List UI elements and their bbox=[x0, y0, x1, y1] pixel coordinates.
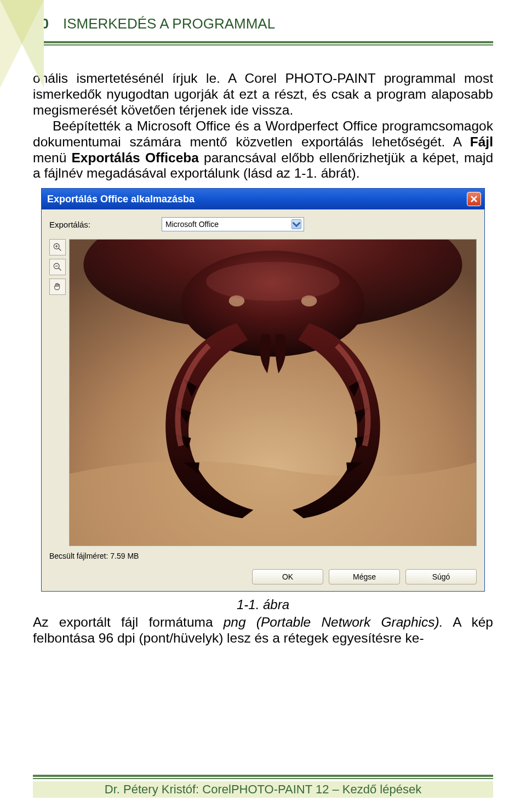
page-corner-decoration bbox=[0, 0, 44, 88]
chevron-down-icon bbox=[291, 219, 301, 229]
zoom-out-button[interactable] bbox=[49, 259, 66, 275]
cancel-button[interactable]: Mégse bbox=[329, 569, 400, 584]
close-icon bbox=[470, 195, 478, 203]
footer-text: Dr. Pétery Kristóf: CorelPHOTO-PAINT 12 … bbox=[33, 781, 493, 798]
pan-button[interactable] bbox=[49, 279, 66, 295]
ok-button[interactable]: OK bbox=[252, 569, 323, 584]
button-row: OK Mégse Súgó bbox=[49, 569, 477, 584]
zoom-out-icon bbox=[53, 262, 62, 272]
after-figure-text: Az exportált fájl formátuma png (Portabl… bbox=[33, 615, 493, 646]
export-value: Microsoft Office bbox=[165, 220, 219, 229]
paragraph-2: Beépítették a Microsoft Office és a Word… bbox=[33, 118, 493, 182]
page-header: 10 ISMERKEDÉS A PROGRAMMAL bbox=[0, 0, 526, 38]
header-divider bbox=[33, 41, 493, 46]
preview-image-box bbox=[69, 239, 477, 546]
zoom-in-button[interactable] bbox=[49, 239, 66, 255]
hand-icon bbox=[53, 282, 62, 292]
chapter-title: ISMERKEDÉS A PROGRAMMAL bbox=[63, 15, 275, 32]
dialog-titlebar: Exportálás Office alkalmazásba bbox=[42, 189, 484, 209]
close-button[interactable] bbox=[467, 192, 481, 206]
figure-caption: 1-1. ábra bbox=[0, 597, 526, 612]
tool-column bbox=[49, 239, 66, 546]
export-label: Exportálás: bbox=[49, 220, 90, 229]
svg-point-12 bbox=[206, 262, 340, 301]
footer-divider bbox=[33, 775, 493, 779]
zoom-in-icon bbox=[53, 242, 62, 252]
dialog-body: Exportálás: Microsoft Office bbox=[42, 209, 484, 591]
help-button[interactable]: Súgó bbox=[405, 569, 477, 584]
body-text: onális ismertetésénél írjuk le. A Corel … bbox=[33, 71, 493, 181]
svg-line-5 bbox=[59, 268, 61, 271]
export-row: Exportálás: Microsoft Office bbox=[49, 217, 477, 231]
dialog-title: Exportálás Office alkalmazásba bbox=[47, 194, 195, 205]
filesize-text: Becsült fájlméret: 7.59 MB bbox=[49, 552, 477, 560]
preview-area bbox=[49, 239, 477, 546]
dialog-screenshot: Exportálás Office alkalmazásba Exportálá… bbox=[41, 188, 485, 592]
preview-image bbox=[70, 240, 476, 546]
paragraph-1: onális ismertetésénél írjuk le. A Corel … bbox=[33, 71, 493, 118]
svg-line-1 bbox=[59, 248, 61, 251]
export-select[interactable]: Microsoft Office bbox=[162, 217, 304, 231]
